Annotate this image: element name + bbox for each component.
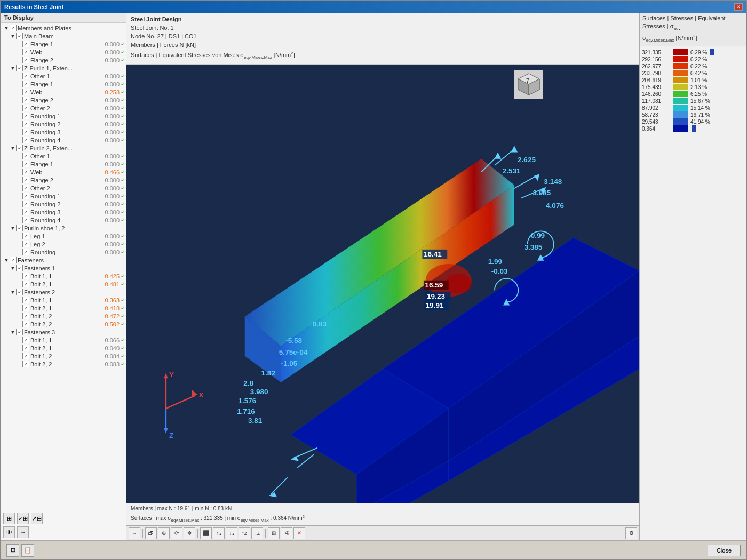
toolbar-settings[interactable]: ⚙ (625, 527, 637, 539)
tree-node-ps-leg1[interactable]: Leg 10.000✓ (1, 232, 126, 240)
checkbox[interactable] (22, 345, 29, 351)
tree-node-f1-bolt21[interactable]: Bolt 2, 10.481✓ (1, 280, 126, 288)
checkbox[interactable] (16, 265, 23, 271)
tree-node-members-plates[interactable]: ▼Members and Plates (1, 24, 126, 32)
checkbox[interactable] (22, 185, 29, 191)
tree-node-ps-rounding[interactable]: Rounding0.000✓ (1, 248, 126, 256)
tree-node-f2-bolt21[interactable]: Bolt 2, 10.418✓ (1, 304, 126, 312)
tree-node-zp2-web[interactable]: Web0.466✓ (1, 168, 126, 176)
checkbox[interactable] (22, 81, 29, 87)
checkbox[interactable] (22, 73, 29, 79)
tree-node-purlin-shoe[interactable]: ▼Purlin shoe 1, 2 (1, 224, 126, 232)
checkbox[interactable] (22, 57, 29, 63)
toolbar-btn-b[interactable]: ↑₁ (213, 527, 225, 539)
tree-node-f2-bolt22[interactable]: Bolt 2, 20.502✓ (1, 320, 126, 328)
tree-container[interactable]: ▼Members and Plates▼Main BeamFlange 10.0… (1, 23, 126, 495)
checkbox[interactable] (22, 353, 29, 359)
toolbar-grid[interactable]: ⊞ (268, 527, 280, 539)
tree-node-zp1-rounding3[interactable]: Rounding 30.000✓ (1, 128, 126, 136)
checkbox[interactable] (22, 281, 29, 287)
tree-node-main-beam[interactable]: ▼Main Beam (1, 32, 126, 40)
toolbar-print[interactable]: 🖨 (281, 527, 292, 539)
checkbox[interactable] (22, 129, 29, 135)
toolbar-close-view[interactable]: ✕ (293, 527, 305, 539)
toolbar-btn-e[interactable]: ↓z (251, 527, 263, 539)
checkbox[interactable] (22, 249, 29, 255)
checkbox[interactable] (22, 97, 29, 103)
checkbox[interactable] (22, 233, 29, 239)
bottom-icon-2[interactable]: ✓⊞ (17, 513, 29, 524)
checkbox[interactable] (22, 313, 29, 319)
checkbox[interactable] (16, 145, 23, 151)
tree-node-zp2-rounding2[interactable]: Rounding 20.000✓ (1, 200, 126, 208)
viewport[interactable]: Y X Z 2.625 2.531 3.148 (126, 65, 639, 503)
tree-node-zp2-rounding4[interactable]: Rounding 40.000✓ (1, 216, 126, 224)
cube-icon[interactable]: 7 (514, 70, 543, 99)
checkbox[interactable] (22, 41, 29, 47)
checkbox[interactable] (22, 121, 29, 127)
checkbox[interactable] (16, 33, 23, 39)
toolbar-btn-c[interactable]: ↓₁ (226, 527, 237, 539)
close-button[interactable]: ✕ (734, 3, 743, 11)
tree-node-fasteners[interactable]: ▼Fasteners (1, 256, 126, 264)
checkbox[interactable] (22, 153, 29, 159)
toolbar-btn-d[interactable]: ↑z (239, 527, 250, 539)
checkbox[interactable] (22, 337, 29, 343)
tree-node-f3-bolt12[interactable]: Bolt 1, 20.084✓ (1, 352, 126, 360)
checkbox[interactable] (16, 329, 23, 335)
checkbox[interactable] (22, 113, 29, 119)
bottom-icon-3[interactable]: ↗⊞ (31, 513, 43, 524)
tree-node-zp1-web[interactable]: Web0.258✓ (1, 88, 126, 96)
tree-node-fasteners1[interactable]: ▼Fasteners 1 (1, 264, 126, 272)
expand-icon[interactable]: ▼ (10, 266, 16, 271)
tree-node-zp1-rounding2[interactable]: Rounding 20.000✓ (1, 120, 126, 128)
checkbox[interactable] (22, 273, 29, 279)
checkbox[interactable] (22, 137, 29, 143)
checkbox[interactable] (10, 257, 17, 263)
tree-node-zpurlin2[interactable]: ▼Z-Purlin 2, Exten... (1, 144, 126, 152)
tree-node-f2-bolt11[interactable]: Bolt 1, 10.363✓ (1, 296, 126, 304)
checkbox[interactable] (22, 177, 29, 183)
expand-icon[interactable]: ▼ (10, 226, 16, 231)
expand-icon[interactable]: ▼ (3, 26, 10, 31)
toolbar-zoom-fit[interactable]: ⊕ (158, 527, 170, 539)
tree-node-mb-flange2[interactable]: Flange 20.000✓ (1, 56, 126, 64)
expand-icon[interactable]: ▼ (3, 258, 10, 263)
tree-node-zp2-other2[interactable]: Other 20.000✓ (1, 184, 126, 192)
toolbar-pan[interactable]: ✥ (184, 527, 195, 539)
checkbox[interactable] (22, 193, 29, 199)
toolbar-arrow[interactable]: → (129, 527, 140, 539)
checkbox[interactable] (22, 105, 29, 111)
tree-node-mb-web[interactable]: Web0.000✓ (1, 48, 126, 56)
tree-node-ps-leg2[interactable]: Leg 20.000✓ (1, 240, 126, 248)
tree-node-zp2-rounding1[interactable]: Rounding 10.000✓ (1, 192, 126, 200)
tree-node-fasteners3[interactable]: ▼Fasteners 3 (1, 328, 126, 336)
toolbar-view[interactable]: 🗗 (145, 527, 157, 539)
tree-node-zp2-flange1[interactable]: Flange 10.000✓ (1, 160, 126, 168)
checkbox[interactable] (22, 201, 29, 207)
checkbox[interactable] (22, 241, 29, 247)
tree-node-zp1-rounding1[interactable]: Rounding 10.000✓ (1, 112, 126, 120)
toolbar-rotate[interactable]: ⟳ (171, 527, 182, 539)
tree-node-fasteners2[interactable]: ▼Fasteners 2 (1, 288, 126, 296)
checkbox[interactable] (22, 89, 29, 95)
checkbox[interactable] (22, 209, 29, 215)
tree-node-zp2-rounding3[interactable]: Rounding 30.000✓ (1, 208, 126, 216)
checkbox[interactable] (22, 305, 29, 311)
tree-node-mb-flange1[interactable]: Flange 10.000✓ (1, 40, 126, 48)
tree-node-zp2-flange2[interactable]: Flange 20.000✓ (1, 176, 126, 184)
tree-node-f3-bolt11[interactable]: Bolt 1, 10.066✓ (1, 336, 126, 344)
checkbox[interactable] (22, 169, 29, 175)
tree-node-zp2-other1[interactable]: Other 10.000✓ (1, 152, 126, 160)
expand-icon[interactable]: ▼ (10, 290, 16, 295)
bottom-icon-btn-1[interactable]: ⊞ (6, 544, 19, 557)
tree-node-zp1-other2[interactable]: Other 20.000✓ (1, 104, 126, 112)
eye-icon[interactable]: 👁 (3, 526, 15, 538)
tree-node-zp1-flange2[interactable]: Flange 20.000✓ (1, 96, 126, 104)
tree-node-f3-bolt22[interactable]: Bolt 2, 20.083✓ (1, 360, 126, 368)
tree-node-zp1-other1[interactable]: Other 10.000✓ (1, 72, 126, 80)
close-button-bottom[interactable]: Close (708, 545, 741, 556)
checkbox[interactable] (22, 161, 29, 167)
checkbox[interactable] (22, 297, 29, 303)
checkbox[interactable] (10, 25, 17, 31)
